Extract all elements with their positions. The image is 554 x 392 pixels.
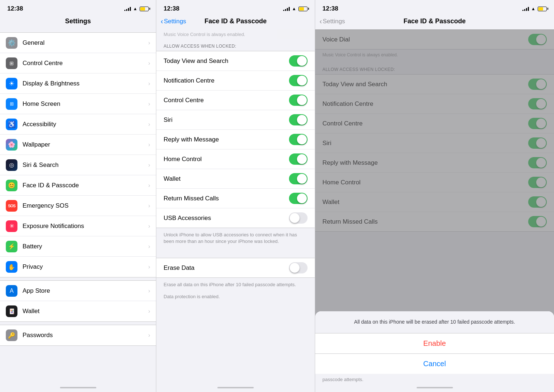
chevron-control-centre: › (148, 60, 150, 67)
settings-row-general[interactable]: ⚙️ General › (0, 33, 156, 53)
wallet-icon: 🃏 (6, 305, 17, 317)
toggle-row-siri-lock: Siri (156, 110, 315, 130)
panel-settings: 12:38 ▲ Settings ⚙️ General › (0, 0, 156, 392)
home-screen-icon: ⊞ (6, 98, 17, 110)
chevron-battery: › (148, 243, 150, 250)
settings-row-accessibility[interactable]: ♿ Accessibility › (0, 114, 156, 135)
home-indicator-3 (315, 385, 554, 392)
toggle-today-view[interactable] (289, 55, 308, 67)
signal-bars-2 (283, 7, 290, 11)
chevron-general: › (148, 40, 150, 46)
settings-label-display: Display & Brightness (23, 80, 148, 87)
toggle-home-control[interactable] (289, 153, 308, 165)
toggle-row-control-centre: Control Centre (156, 91, 315, 110)
settings-group-main: ⚙️ General › ⊞ Control Centre › ☀ Displa… (0, 32, 156, 277)
back-text-3: Settings (323, 18, 345, 25)
settings-list: ⚙️ General › ⊞ Control Centre › ☀ Displa… (0, 29, 156, 385)
toggle-siri[interactable] (289, 114, 308, 125)
sb3 (287, 8, 288, 11)
faceid-icon: 😊 (6, 180, 17, 191)
toggle-wallet[interactable] (289, 173, 308, 184)
settings-row-battery[interactable]: ⚡ Battery › (0, 236, 156, 257)
settings-row-wallet[interactable]: 🃏 Wallet › (0, 301, 156, 321)
settings-label-wallpaper: Wallpaper (23, 141, 148, 148)
sb3-3 (526, 8, 527, 11)
sb4 (289, 7, 290, 11)
appstore-icon: A (6, 285, 17, 297)
cancel-button[interactable]: Cancel (315, 354, 554, 374)
toggle-erase[interactable] (289, 262, 308, 273)
faceid-content-3: Voice Dial Music Voice Control is always… (315, 29, 554, 385)
page-title-faceid: Face ID & Passcode (204, 17, 266, 25)
wifi-icon-2: ▲ (292, 6, 296, 11)
home-bar-2 (217, 387, 254, 388)
chevron-appstore: › (148, 288, 150, 294)
battery-icon-2 (298, 7, 308, 11)
home-indicator-1 (0, 385, 156, 392)
back-button-3[interactable]: ‹ Settings (320, 17, 345, 25)
settings-row-display[interactable]: ☀ Display & Brightness › (0, 73, 156, 94)
panel-faceid: 12:38 ▲ ‹ Settings Face ID & Passcode Mu… (156, 0, 315, 392)
page-title-faceid-3: Face ID & Passcode (404, 17, 466, 25)
toggle-label-siri-lock: Siri (164, 116, 173, 124)
settings-group-passwords: 🔑 Passwords › (0, 325, 156, 346)
back-button-2[interactable]: ‹ Settings (161, 17, 186, 25)
page-title-settings: Settings (65, 17, 91, 25)
settings-row-emergency[interactable]: SOS Emergency SOS › (0, 196, 156, 216)
signal-bar-1 (124, 10, 125, 11)
toggle-thumb-reply (297, 135, 307, 144)
settings-row-privacy[interactable]: ✋ Privacy › (0, 257, 156, 277)
settings-row-passwords[interactable]: 🔑 Passwords › (0, 325, 156, 345)
enable-button[interactable]: Enable (315, 333, 554, 354)
accessibility-icon: ♿ (6, 119, 17, 130)
settings-row-exposure[interactable]: ✳ Exposure Notifications › (0, 216, 156, 236)
signal-bars-3 (522, 7, 529, 11)
chevron-wallet: › (148, 308, 150, 315)
toggle-label-reply: Reply with Message (164, 136, 219, 143)
passwords-icon: 🔑 (6, 329, 17, 341)
toggle-reply[interactable] (289, 134, 308, 145)
toggle-notification[interactable] (289, 75, 308, 86)
toggle-row-missed-calls: Return Missed Calls (156, 189, 315, 208)
settings-row-appstore[interactable]: A App Store › (0, 281, 156, 301)
toggle-missed-calls[interactable] (289, 193, 308, 204)
signal-bar-3 (128, 8, 129, 11)
toggle-row-home-control: Home Control (156, 149, 315, 169)
erase-description-2: Data protection is enabled. (156, 293, 315, 305)
wifi-icon-1: ▲ (133, 6, 137, 11)
erase-description-1: Erase all data on this iPhone after 10 f… (156, 279, 315, 293)
settings-row-wallpaper[interactable]: 🌸 Wallpaper › (0, 135, 156, 155)
status-time-1: 12:38 (7, 5, 23, 12)
settings-row-control-centre[interactable]: ⊞ Control Centre › (0, 53, 156, 73)
toggle-row-today-view: Today View and Search (156, 51, 315, 71)
status-icons-3: ▲ (522, 6, 547, 11)
general-icon: ⚙️ (6, 37, 17, 49)
settings-row-siri[interactable]: ◎ Siri & Search › (0, 155, 156, 175)
sb1-3 (522, 10, 523, 11)
settings-label-appstore: App Store (23, 287, 148, 295)
settings-row-home-screen[interactable]: ⊞ Home Screen › (0, 94, 156, 114)
toggle-row-erase: Erase Data (156, 258, 315, 277)
control-centre-icon: ⊞ (6, 57, 17, 69)
toggle-control-centre[interactable] (289, 95, 308, 106)
privacy-icon: ✋ (6, 261, 17, 273)
enable-button-label: Enable (423, 339, 446, 348)
toggle-row-notification: Notification Centre (156, 71, 315, 91)
toggle-label-erase: Erase Data (164, 264, 194, 272)
chevron-accessibility: › (148, 121, 150, 128)
toggle-row-reply: Reply with Message (156, 130, 315, 149)
faceid-content: Music Voice Control is always enabled. A… (156, 29, 315, 385)
toggle-thumb-control-centre (297, 95, 307, 105)
status-icons-1: ▲ (124, 6, 149, 11)
settings-label-faceid: Face ID & Passcode (23, 182, 148, 189)
nav-header-1: Settings (0, 15, 156, 29)
status-time-3: 12:38 (322, 5, 338, 12)
settings-label-emergency: Emergency SOS (23, 202, 148, 209)
toggle-usb[interactable] (289, 212, 308, 224)
battery-fill-3 (538, 7, 543, 11)
settings-row-faceid[interactable]: 😊 Face ID & Passcode › (0, 175, 156, 196)
sb4-3 (528, 7, 529, 11)
signal-bar-4 (130, 7, 131, 11)
settings-label-exposure: Exposure Notifications (23, 223, 148, 230)
settings-label-battery: Battery (23, 243, 148, 250)
